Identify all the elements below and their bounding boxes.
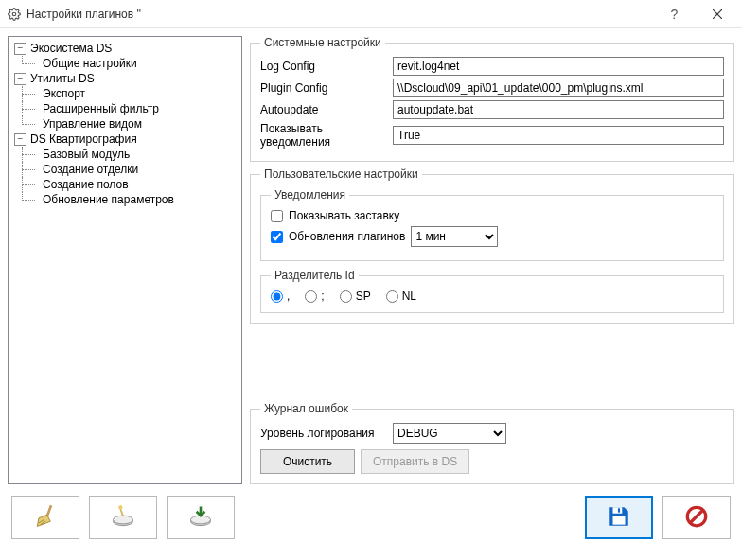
clear-log-button[interactable]: Очистить [260,449,355,474]
svg-point-7 [114,516,133,524]
plugin-config-input[interactable] [393,79,724,97]
separator-option-sp[interactable]: SP [340,289,371,303]
notifications-group: Уведомления Показывать заставку Обновлен… [260,188,724,261]
system-settings-legend: Системные настройки [260,36,385,49]
system-settings-group: Системные настройки Log Config Plugin Co… [250,36,734,162]
tree-item[interactable]: Расширенный фильтр [14,101,238,116]
svg-rect-13 [613,516,626,525]
log-level-label: Уровень логирования [260,427,393,440]
separator-option-nl[interactable]: NL [386,289,416,303]
bottom-toolbar [0,492,742,547]
log-level-select[interactable]: DEBUG [393,423,506,444]
tree-item[interactable]: Экспорт [14,86,238,101]
tree-item-label: Создание отделки [43,163,138,176]
autoupdate-input[interactable] [393,100,724,119]
gear-icon [8,8,21,21]
title-bar: Настройки плагинов '' ? [0,0,742,28]
plugin-updates-label: Обновления плагинов [289,230,405,243]
collapse-icon[interactable]: − [14,43,26,55]
tree-item-label: Создание полов [43,178,129,191]
separator-option-comma[interactable]: , [271,289,290,303]
broom-icon [32,503,59,533]
tree-item[interactable]: Управление видом [14,116,238,131]
tree-item-label: Общие настройки [43,57,137,70]
plugin-updates-checkbox[interactable] [271,231,283,243]
drive-tool-icon [110,503,136,533]
tree-node-label: Утилиты DS [30,72,95,85]
user-settings-legend: Пользовательские настройки [260,167,422,181]
user-settings-group: Пользовательские настройки Уведомления П… [250,167,734,324]
svg-point-0 [12,12,16,16]
tree-item-label: Управление видом [43,117,142,131]
tree-item[interactable]: Обновление параметров [14,192,238,207]
drive-arrow-icon [187,503,214,533]
tree-item-label: Обновление параметров [43,193,174,206]
tree-item[interactable]: Общие настройки [14,56,238,71]
save-icon [607,504,631,532]
svg-rect-12 [618,508,620,512]
tree-node-ecosystem[interactable]: − Экосистема DS [12,41,238,56]
tree-node-utilities[interactable]: − Утилиты DS [12,71,238,86]
plugin-tree[interactable]: − Экосистема DS Общие настройки − Утилит… [8,36,242,484]
id-separator-legend: Разделитель Id [271,269,359,282]
clean-button[interactable] [11,496,80,539]
log-config-input[interactable] [393,57,724,76]
show-splash-checkbox[interactable] [271,210,283,222]
show-splash-label: Показывать заставку [289,209,399,222]
tree-node-label: DS Квартирография [30,132,137,146]
collapse-icon[interactable]: − [14,133,26,146]
id-separator-group: Разделитель Id , ; SP NL [260,269,724,313]
tree-item[interactable]: Базовый модуль [14,147,238,162]
block-icon [684,504,709,532]
error-log-group: Журнал ошибок Уровень логирования DEBUG … [250,402,734,484]
tree-item-label: Экспорт [43,87,85,100]
separator-option-semicolon[interactable]: ; [305,289,324,303]
tree-node-label: Экосистема DS [30,42,112,55]
show-notifications-input[interactable] [393,126,724,145]
tree-item[interactable]: Создание полов [14,177,238,192]
tree-item-label: Базовый модуль [43,148,130,161]
import-button[interactable] [167,496,235,539]
cancel-button[interactable] [662,496,731,539]
collapse-icon[interactable]: − [14,73,26,85]
tree-node-apartments[interactable]: − DS Квартирография [12,131,238,147]
update-interval-select[interactable]: 1 мин [411,226,498,247]
notifications-legend: Уведомления [271,188,349,201]
autoupdate-label: Autoupdate [260,103,393,116]
tree-item-label: Расширенный фильтр [43,102,159,115]
svg-rect-11 [613,507,623,514]
window-title: Настройки плагинов '' [21,8,653,21]
save-button[interactable] [585,496,653,539]
log-config-label: Log Config [260,60,393,73]
tree-item[interactable]: Создание отделки [14,162,238,177]
send-log-button: Отправить в DS [361,449,469,474]
svg-line-15 [691,510,703,522]
show-notifications-label: Показывать уведомления [260,122,393,149]
plugin-config-label: Plugin Config [260,81,393,95]
error-log-legend: Журнал ошибок [260,402,352,415]
close-button[interactable] [696,0,738,28]
help-button[interactable]: ? [653,0,696,28]
tool-button[interactable] [89,496,157,539]
